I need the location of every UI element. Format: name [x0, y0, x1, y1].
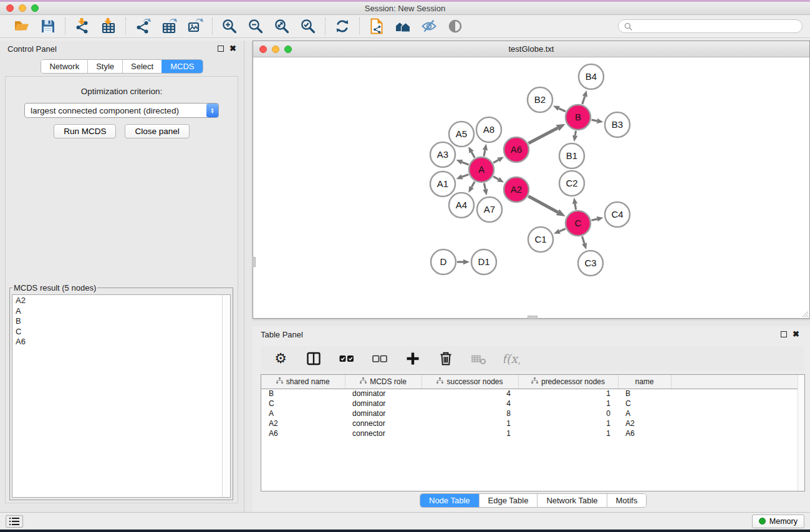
- table-cell[interactable]: 1: [518, 428, 618, 438]
- table-settings-gear-icon[interactable]: ⚙: [272, 351, 289, 367]
- table-cell[interactable]: 1: [518, 418, 618, 428]
- criterion-dropdown[interactable]: largest connected component (directed) ▲…: [24, 103, 219, 118]
- deselect-all-columns-icon[interactable]: [372, 351, 388, 367]
- table-cell[interactable]: B: [618, 389, 671, 399]
- table-cell[interactable]: C: [261, 399, 345, 409]
- table-cell[interactable]: dominator: [345, 409, 422, 418]
- table-row[interactable]: A6connector11A6: [261, 428, 804, 438]
- graph-edge-A-A7[interactable]: [484, 183, 485, 190]
- graph-edge-B-B2[interactable]: [559, 109, 566, 112]
- splitter-grip-vertical[interactable]: [253, 257, 256, 267]
- mcds-result-list[interactable]: A2ABCA6: [12, 294, 231, 498]
- add-column-icon[interactable]: [405, 351, 421, 367]
- zoom-out-icon[interactable]: [247, 17, 264, 35]
- tab-node-table[interactable]: Node Table: [420, 494, 479, 507]
- column-header-name[interactable]: name: [618, 375, 671, 389]
- graph-edge-B-B4[interactable]: [582, 96, 585, 104]
- table-cell[interactable]: connector: [345, 428, 422, 438]
- export-network-icon[interactable]: [134, 17, 152, 35]
- mcds-result-item[interactable]: A2: [16, 296, 227, 306]
- column-header-MCDS-role[interactable]: MCDS role: [345, 375, 422, 389]
- select-all-columns-icon[interactable]: [339, 351, 355, 367]
- table-row[interactable]: Cdominator41C: [261, 399, 804, 409]
- graph-edge-A6-B[interactable]: [528, 128, 557, 143]
- network-maximize-button[interactable]: [284, 46, 292, 53]
- mcds-result-item[interactable]: A: [16, 306, 227, 317]
- table-cell[interactable]: A2: [261, 418, 345, 428]
- table-cell[interactable]: 1: [518, 399, 618, 409]
- table-cell[interactable]: dominator: [345, 399, 422, 409]
- table-row[interactable]: Adominator80A: [261, 409, 804, 418]
- graph-edge-C-C1[interactable]: [559, 229, 566, 231]
- table-cell[interactable]: 4: [422, 399, 518, 409]
- graph-edge-C-C3[interactable]: [582, 236, 585, 244]
- graph-edge-B-B1[interactable]: [575, 131, 576, 136]
- hide-graphics-details-icon[interactable]: [420, 17, 438, 35]
- graph-edge-C-C2[interactable]: [575, 204, 576, 210]
- delete-column-icon[interactable]: [438, 351, 454, 367]
- column-header-successor-nodes[interactable]: successor nodes: [422, 375, 518, 389]
- zoom-selected-icon[interactable]: [299, 17, 317, 35]
- table-cell[interactable]: A: [618, 409, 671, 418]
- graph-edge-B-B3[interactable]: [592, 120, 597, 121]
- table-cell[interactable]: connector: [345, 418, 422, 428]
- tab-mcds[interactable]: MCDS: [162, 60, 202, 73]
- tab-select[interactable]: Select: [122, 60, 162, 73]
- network-canvas[interactable]: B4B2BB3A8A5A6A3B1AC2A1A2A4A7C4CC1DD1C3: [253, 57, 809, 318]
- table-scrollbar[interactable]: [798, 375, 804, 491]
- mcds-result-item[interactable]: B: [16, 316, 227, 327]
- table-cell[interactable]: C: [618, 399, 671, 409]
- import-table-icon[interactable]: [100, 17, 117, 35]
- tab-edge-table[interactable]: Edge Table: [479, 494, 538, 507]
- table-cell[interactable]: A2: [618, 418, 671, 428]
- split-table-icon[interactable]: [306, 351, 322, 367]
- home-icon[interactable]: [394, 17, 412, 35]
- open-network-file-icon[interactable]: [368, 17, 385, 35]
- show-graphics-details-icon[interactable]: [446, 17, 464, 35]
- graph-edge-A2-C[interactable]: [528, 196, 557, 213]
- search-input[interactable]: [635, 22, 796, 31]
- graph-edge-A-A5[interactable]: [471, 152, 475, 158]
- save-session-icon[interactable]: [39, 17, 57, 35]
- close-panel-button[interactable]: Close panel: [125, 124, 189, 138]
- table-cell[interactable]: A6: [261, 428, 345, 438]
- column-header-predecessor-nodes[interactable]: predecessor nodes: [518, 375, 618, 389]
- mcds-result-item[interactable]: A6: [16, 337, 227, 347]
- export-table-icon[interactable]: [160, 17, 178, 35]
- float-table-panel-icon[interactable]: [781, 331, 787, 337]
- network-close-button[interactable]: [259, 46, 267, 53]
- table-cell[interactable]: 1: [422, 418, 518, 428]
- close-table-panel-icon[interactable]: ✖: [793, 331, 799, 337]
- memory-button[interactable]: Memory: [752, 515, 804, 528]
- graph-edge-C-C4[interactable]: [591, 219, 597, 220]
- graph-edge-A-A4[interactable]: [471, 181, 475, 187]
- table-cell[interactable]: 8: [422, 409, 518, 418]
- zoom-fit-icon[interactable]: [273, 17, 291, 35]
- table-cell[interactable]: dominator: [345, 389, 422, 399]
- mcds-result-item[interactable]: C: [16, 327, 227, 337]
- tab-network[interactable]: Network: [41, 60, 87, 73]
- splitter-grip-horizontal[interactable]: [528, 316, 538, 319]
- minimize-window-button[interactable]: [19, 4, 26, 12]
- table-row[interactable]: A2connector11A2: [261, 418, 804, 428]
- float-panel-icon[interactable]: [218, 46, 224, 52]
- tab-motifs[interactable]: Motifs: [607, 494, 647, 507]
- table-row[interactable]: Bdominator41B: [261, 389, 804, 399]
- attribute-table[interactable]: shared nameMCDS rolesuccessor nodesprede…: [261, 375, 804, 438]
- resize-grip-icon[interactable]: [800, 309, 809, 317]
- graph-edge-A-A2[interactable]: [493, 177, 498, 180]
- graph-edge-A-A3[interactable]: [462, 162, 469, 165]
- tab-network-table[interactable]: Network Table: [537, 494, 606, 507]
- task-history-button[interactable]: [6, 515, 23, 528]
- table-cell[interactable]: A6: [618, 428, 671, 438]
- run-mcds-button[interactable]: Run MCDS: [54, 124, 116, 138]
- list-scrollbar[interactable]: [222, 295, 230, 497]
- network-minimize-button[interactable]: [272, 46, 279, 53]
- close-window-button[interactable]: [6, 4, 14, 12]
- import-network-icon[interactable]: [74, 17, 91, 35]
- zoom-in-icon[interactable]: [221, 17, 238, 35]
- table-cell[interactable]: B: [261, 389, 345, 399]
- column-header-shared-name[interactable]: shared name: [261, 375, 345, 389]
- refresh-layout-icon[interactable]: [334, 17, 351, 35]
- table-cell[interactable]: 1: [518, 389, 618, 399]
